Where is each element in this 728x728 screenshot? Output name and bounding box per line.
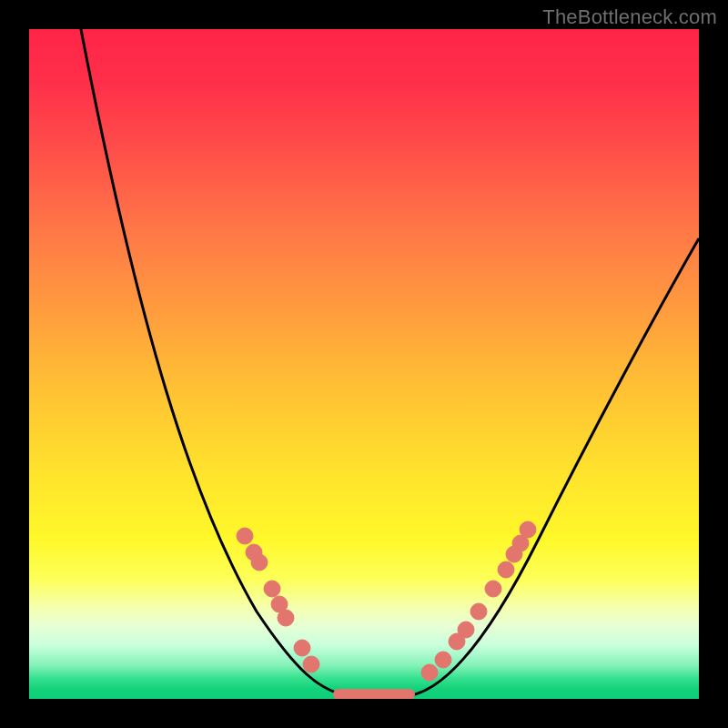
watermark-text: TheBottleneck.com: [542, 5, 717, 29]
markers-right-group: [421, 521, 536, 681]
marker-left-2: [251, 554, 268, 571]
marker-right-1: [435, 652, 451, 668]
marker-right-0: [421, 664, 438, 681]
plot-frame: [29, 29, 699, 699]
marker-left-6: [294, 640, 310, 656]
marker-right-6: [498, 561, 514, 578]
marker-right-9: [520, 521, 536, 538]
marker-right-5: [485, 581, 501, 597]
bottleneck-curve: [79, 29, 699, 696]
marker-left-5: [278, 610, 294, 626]
plot-svg: [29, 29, 699, 699]
marker-left-0: [237, 528, 253, 544]
marker-left-7: [303, 656, 319, 672]
marker-left-3: [264, 581, 280, 597]
marker-right-4: [470, 603, 487, 620]
marker-right-3: [458, 622, 474, 638]
